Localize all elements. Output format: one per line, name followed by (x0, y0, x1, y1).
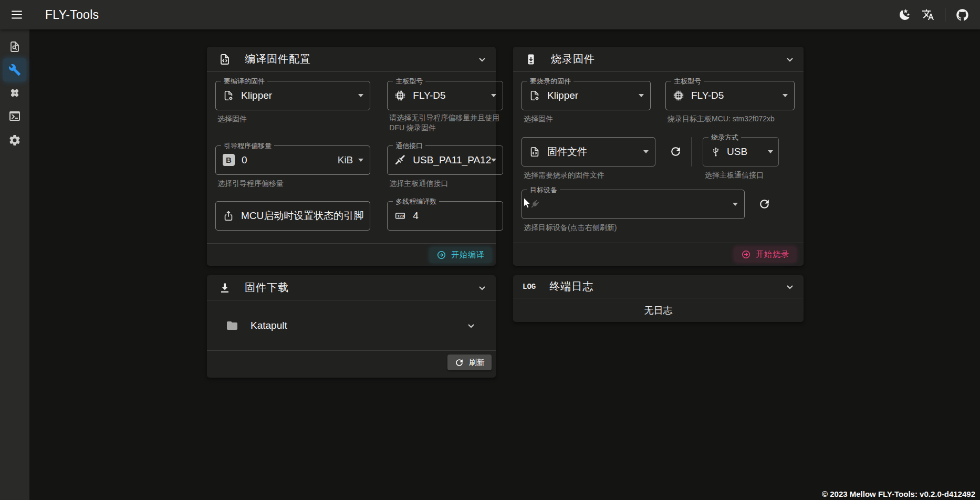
file-cog-icon (529, 90, 540, 101)
field-hint: 选择需要烧录的固件文件 (524, 170, 655, 180)
cellphone-arrow-down-icon (525, 53, 537, 66)
compile-card-actions: 开始编译 (207, 243, 496, 266)
boot-pins-select[interactable]: MCU启动时设置状态的引脚 (215, 201, 370, 231)
comm-interface-select[interactable]: 通信接口 USB_PA11_PA12 (387, 145, 503, 175)
gear-icon (8, 134, 21, 147)
compile-card-header[interactable]: 编译固件配置 (207, 47, 496, 72)
terminal-log-card: LOG 终端日志 无日志 (513, 275, 804, 322)
flash-card-actions: 开始烧录 (513, 243, 804, 266)
refresh-device-list-button[interactable] (755, 195, 774, 214)
refresh-icon (758, 197, 771, 211)
firmware-file-select[interactable]: 固件文件 (522, 137, 655, 166)
appbar-divider (945, 8, 945, 22)
menu-down-icon (358, 159, 363, 162)
compile-board-select[interactable]: 主板型号 FLY-D5 (387, 81, 503, 110)
field-value: MCU启动时设置状态的引脚 (241, 209, 363, 223)
alpha-b-box-icon: B (223, 154, 235, 166)
language-button[interactable] (916, 3, 940, 26)
arrow-right-circle-icon (436, 250, 446, 260)
menu-down-icon (783, 94, 788, 97)
refresh-label: 刷新 (469, 358, 485, 368)
field-hint: 选择引导程序偏移量 (217, 179, 370, 189)
flash-card-header[interactable]: 烧录固件 (513, 47, 804, 72)
chevron-down-icon[interactable] (784, 280, 796, 293)
field-hint: 选择主板通信接口 (705, 170, 779, 180)
field-hint: 请选择无引导程序偏移量并且使用DFU 烧录固件 (389, 113, 503, 133)
sidebar-item-settings[interactable] (3, 129, 26, 152)
field-label: 主板型号 (393, 77, 425, 86)
field-value: 0 (242, 154, 338, 166)
refresh-icon (669, 145, 682, 158)
threads-field[interactable]: 多线程编译数 123 4 (387, 201, 503, 231)
firmware-download-card: 固件下载 Katapult 刷新 (207, 275, 496, 378)
target-device-select[interactable]: 目标设备 (522, 190, 745, 219)
download-card-header[interactable]: 固件下载 (207, 275, 496, 300)
field-value: 固件文件 (547, 145, 643, 159)
field-hint: 选择主板通信接口 (389, 179, 503, 189)
field-value: USB_PA11_PA12 (413, 154, 491, 166)
app-title: FLY-Tools (45, 8, 99, 22)
hamburger-menu-button[interactable] (4, 2, 29, 27)
sidebar-item-file-search[interactable] (3, 35, 26, 58)
chevron-down-icon[interactable] (476, 282, 488, 294)
start-compile-button[interactable]: 开始编译 (430, 247, 492, 263)
field-hint: 选择目标设备(点击右侧刷新) (524, 223, 745, 233)
chevron-down-icon[interactable] (476, 53, 488, 66)
dark-mode-toggle-button[interactable] (893, 3, 916, 26)
sidebar-item-patch[interactable] (3, 81, 26, 105)
refresh-button[interactable]: 刷新 (447, 355, 492, 370)
download-card-actions: 刷新 (207, 351, 496, 374)
file-code-icon (529, 146, 540, 158)
log-card-header[interactable]: LOG 终端日志 (513, 275, 804, 298)
field-value: Klipper (241, 90, 358, 101)
github-icon (955, 8, 969, 22)
flash-card-body: 要烧录的固件 Klipper 选择固件 主板型 (513, 72, 804, 243)
sidebar-rail (0, 29, 29, 500)
sidebar-item-terminal[interactable] (3, 105, 26, 128)
menu-down-icon (358, 94, 363, 97)
compile-firmware-select[interactable]: 要编译的固件 Klipper (215, 81, 370, 110)
chevron-down-icon[interactable] (784, 53, 796, 66)
svg-text:123: 123 (397, 214, 404, 218)
refresh-file-list-button[interactable] (666, 142, 685, 161)
start-flash-button[interactable]: 开始烧录 (734, 247, 796, 262)
katapult-expansion-panel[interactable]: Katapult (207, 300, 496, 351)
field-label: 主板型号 (671, 77, 704, 86)
menu-down-icon (491, 159, 496, 162)
appbar-actions (893, 3, 974, 26)
sidebar-item-compile-tools[interactable] (3, 58, 26, 81)
menu-down-icon (491, 94, 496, 97)
bootloader-offset-field[interactable]: 引导程序偏移量 B 0 KiB (215, 145, 370, 175)
flash-board-select[interactable]: 主板型号 FLY-D5 (665, 81, 795, 110)
pipe-icon (394, 154, 406, 166)
field-value: USB (727, 146, 768, 158)
field-suffix: KiB (338, 154, 353, 166)
field-value: FLY-D5 (413, 90, 491, 101)
menu-down-icon (643, 150, 649, 153)
compile-card-title: 编译固件配置 (245, 52, 311, 66)
compile-card-body: 要编译的固件 Klipper 选择固件 主板型 (207, 72, 496, 243)
wrench-icon (8, 64, 21, 76)
field-label: 多线程编译数 (393, 197, 439, 206)
github-button[interactable] (951, 3, 974, 26)
menu-icon (10, 8, 24, 22)
download-card-title: 固件下载 (245, 280, 289, 295)
field-value: 4 (413, 210, 496, 222)
file-code-icon (218, 53, 231, 66)
katapult-label: Katapult (251, 320, 287, 331)
log-card-title: 终端日志 (549, 279, 593, 294)
power-plug-icon (529, 199, 540, 210)
flash-method-select[interactable]: 烧录方式 USB (703, 137, 779, 166)
start-flash-label: 开始烧录 (756, 249, 789, 259)
refresh-icon (454, 358, 464, 368)
console-icon (8, 110, 21, 122)
menu-down-icon (639, 94, 644, 97)
field-value: Klipper (547, 90, 639, 101)
export-icon (223, 210, 234, 222)
flash-firmware-select[interactable]: 要烧录的固件 Klipper (522, 81, 651, 110)
translate-icon (922, 8, 934, 21)
menu-down-icon (768, 150, 773, 153)
log-card-body: 无日志 (513, 298, 804, 322)
download-icon (218, 282, 231, 294)
field-label: 烧录方式 (708, 133, 741, 142)
